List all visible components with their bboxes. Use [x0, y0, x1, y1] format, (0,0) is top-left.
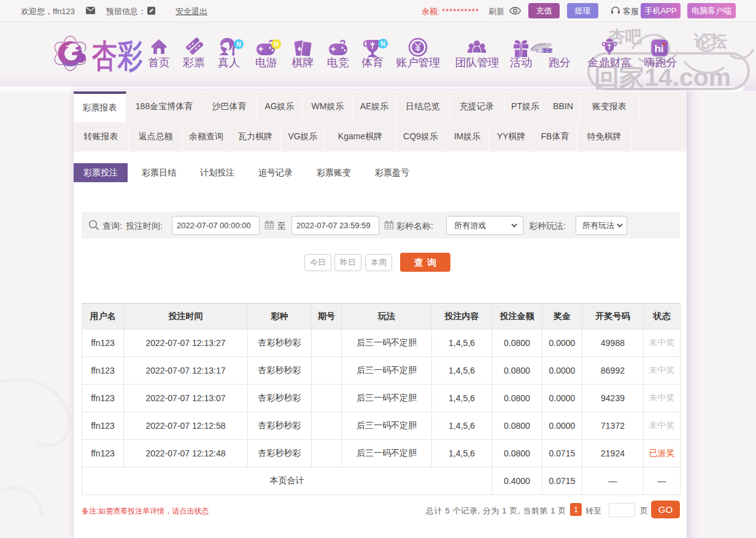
svg-text:N: N	[236, 41, 241, 48]
svg-text:H: H	[274, 41, 278, 48]
svg-text:N: N	[380, 40, 385, 47]
svg-text:hi: hi	[654, 43, 663, 55]
svg-text:秒十工小竞: 秒十工小竞	[538, 48, 557, 53]
